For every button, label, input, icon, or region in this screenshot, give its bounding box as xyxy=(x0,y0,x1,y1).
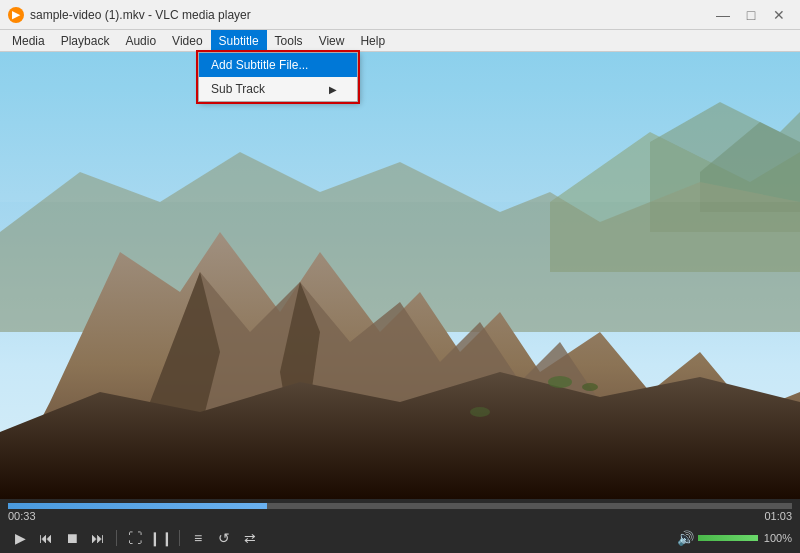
add-subtitle-file-item[interactable]: Add Subtitle File... xyxy=(199,53,357,77)
separator-1 xyxy=(116,530,117,546)
menu-video[interactable]: Video xyxy=(164,30,210,52)
play-button[interactable]: ▶ xyxy=(8,526,32,550)
menu-view[interactable]: View xyxy=(311,30,353,52)
svg-point-12 xyxy=(470,407,490,417)
menu-media[interactable]: Media xyxy=(4,30,53,52)
subtitle-dropdown: Add Subtitle File... Sub Track ▶ xyxy=(198,52,358,102)
menu-tools[interactable]: Tools xyxy=(267,30,311,52)
loop-button[interactable]: ↺ xyxy=(212,526,236,550)
separator-2 xyxy=(179,530,180,546)
svg-rect-13 xyxy=(0,52,800,202)
video-player[interactable] xyxy=(0,52,800,499)
total-time: 01:03 xyxy=(764,510,792,522)
progress-bar[interactable] xyxy=(8,503,792,509)
menu-bar: Media Playback Audio Video Subtitle Tool… xyxy=(0,30,800,52)
sub-track-item[interactable]: Sub Track ▶ xyxy=(199,77,357,101)
minimize-button[interactable]: — xyxy=(710,5,736,25)
current-time: 00:33 xyxy=(8,510,36,522)
progress-fill xyxy=(8,503,267,509)
vlc-icon: ▶ xyxy=(8,7,24,23)
submenu-arrow-icon: ▶ xyxy=(329,84,337,95)
next-button[interactable]: ⏭ xyxy=(86,526,110,550)
volume-bar[interactable] xyxy=(698,535,758,541)
svg-point-11 xyxy=(582,383,598,391)
volume-area: 🔊 100% xyxy=(677,530,792,546)
volume-fill xyxy=(698,535,758,541)
menu-audio[interactable]: Audio xyxy=(117,30,164,52)
volume-label: 100% xyxy=(764,532,792,544)
menu-playback[interactable]: Playback xyxy=(53,30,118,52)
random-button[interactable]: ⇄ xyxy=(238,526,262,550)
maximize-button[interactable]: □ xyxy=(738,5,764,25)
svg-point-10 xyxy=(548,376,572,388)
title-bar: ▶ sample-video (1).mkv - VLC media playe… xyxy=(0,0,800,30)
stop-button[interactable]: ⏹ xyxy=(60,526,84,550)
controls-area: 00:33 01:03 ▶ ⏮ ⏹ ⏭ ⛶ ❙❙ ≡ ↺ ⇄ 🔊 100% xyxy=(0,499,800,553)
time-row: 00:33 01:03 xyxy=(0,509,800,523)
controls-row: ▶ ⏮ ⏹ ⏭ ⛶ ❙❙ ≡ ↺ ⇄ 🔊 100% xyxy=(0,523,800,553)
window-controls: — □ ✕ xyxy=(710,5,792,25)
menu-help[interactable]: Help xyxy=(352,30,393,52)
prev-button[interactable]: ⏮ xyxy=(34,526,58,550)
window-title: sample-video (1).mkv - VLC media player xyxy=(30,8,710,22)
extended-button[interactable]: ❙❙ xyxy=(149,526,173,550)
volume-icon[interactable]: 🔊 xyxy=(677,530,694,546)
playlist-button[interactable]: ≡ xyxy=(186,526,210,550)
video-frame xyxy=(0,52,800,499)
menu-subtitle[interactable]: Subtitle xyxy=(211,30,267,52)
close-button[interactable]: ✕ xyxy=(766,5,792,25)
fullscreen-button[interactable]: ⛶ xyxy=(123,526,147,550)
